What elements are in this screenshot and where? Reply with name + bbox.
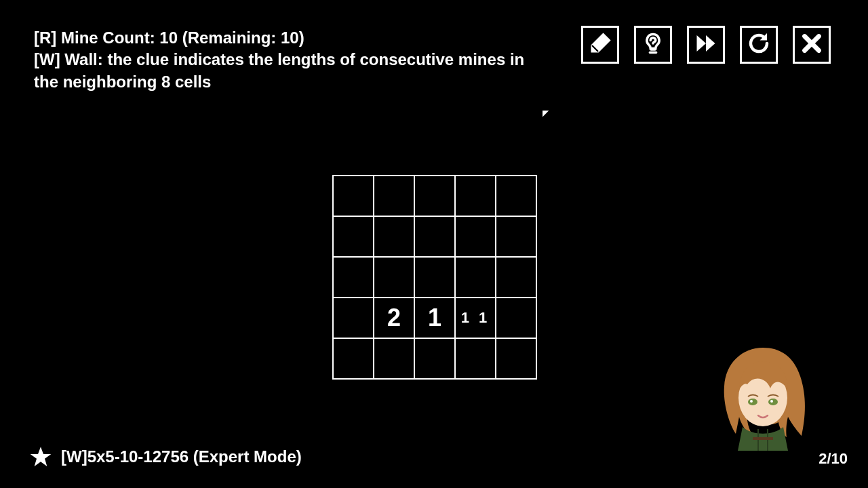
- close-icon: [800, 31, 824, 58]
- hint-button[interactable]: [634, 26, 672, 64]
- grid-cell[interactable]: [333, 216, 374, 257]
- grid-cell[interactable]: [455, 216, 496, 257]
- svg-point-8: [768, 399, 778, 405]
- grid-cell[interactable]: [496, 216, 536, 257]
- star-icon: [30, 446, 52, 468]
- game-root: [R] Mine Count: 10 (Remaining: 10) [W] W…: [0, 0, 868, 488]
- footer-left: [W]5x5-10-12756 (Expert Mode): [30, 446, 302, 468]
- grid-cell[interactable]: 2: [374, 298, 414, 338]
- progress-counter: 2/10: [818, 450, 848, 468]
- grid-cell[interactable]: [496, 298, 536, 338]
- fast-forward-button[interactable]: [687, 26, 725, 64]
- puzzle-grid: 211 1: [332, 175, 537, 380]
- svg-marker-1: [706, 35, 715, 52]
- svg-rect-11: [753, 437, 773, 440]
- rules-text: [R] Mine Count: 10 (Remaining: 10) [W] W…: [34, 27, 549, 93]
- grid-cell[interactable]: [455, 257, 496, 298]
- grid-cell[interactable]: [455, 176, 496, 216]
- character-avatar: [705, 336, 821, 451]
- grid-cell[interactable]: 1: [414, 298, 455, 338]
- puzzle-grid-wrap: 211 1: [332, 175, 537, 380]
- svg-marker-5: [31, 447, 52, 466]
- svg-point-9: [750, 400, 753, 403]
- grid-cell[interactable]: [496, 338, 536, 379]
- grid-cell[interactable]: [414, 176, 455, 216]
- mine-count-line: [R] Mine Count: 10 (Remaining: 10): [34, 28, 304, 47]
- restart-button[interactable]: [740, 26, 778, 64]
- grid-cell[interactable]: [374, 257, 414, 298]
- fast-forward-icon: [694, 31, 718, 58]
- grid-cell[interactable]: [333, 257, 374, 298]
- grid-cell[interactable]: [374, 216, 414, 257]
- grid-cell[interactable]: 1 1: [455, 298, 496, 338]
- svg-point-10: [770, 400, 773, 403]
- hint-icon: [641, 31, 665, 58]
- grid-cell[interactable]: [333, 298, 374, 338]
- grid-cell[interactable]: [374, 338, 414, 379]
- grid-cell[interactable]: [374, 176, 414, 216]
- close-button[interactable]: [793, 26, 831, 64]
- grid-cell[interactable]: [414, 216, 455, 257]
- toolbar: [581, 26, 831, 64]
- grid-cell[interactable]: [414, 257, 455, 298]
- grid-cell[interactable]: [455, 338, 496, 379]
- grid-cell[interactable]: [496, 257, 536, 298]
- grid-cell[interactable]: [414, 338, 455, 379]
- svg-marker-0: [697, 35, 707, 52]
- grid-cell[interactable]: [333, 176, 374, 216]
- restart-icon: [747, 31, 771, 58]
- svg-point-7: [748, 399, 757, 405]
- brush-icon: [588, 31, 612, 58]
- grid-cell[interactable]: [333, 338, 374, 379]
- mouse-cursor: ◤: [542, 108, 549, 118]
- wall-rule-line: [W] Wall: the clue indicates the lengths…: [34, 50, 524, 90]
- level-label: [W]5x5-10-12756 (Expert Mode): [61, 447, 302, 466]
- brush-button[interactable]: [581, 26, 619, 64]
- grid-cell[interactable]: [496, 176, 536, 216]
